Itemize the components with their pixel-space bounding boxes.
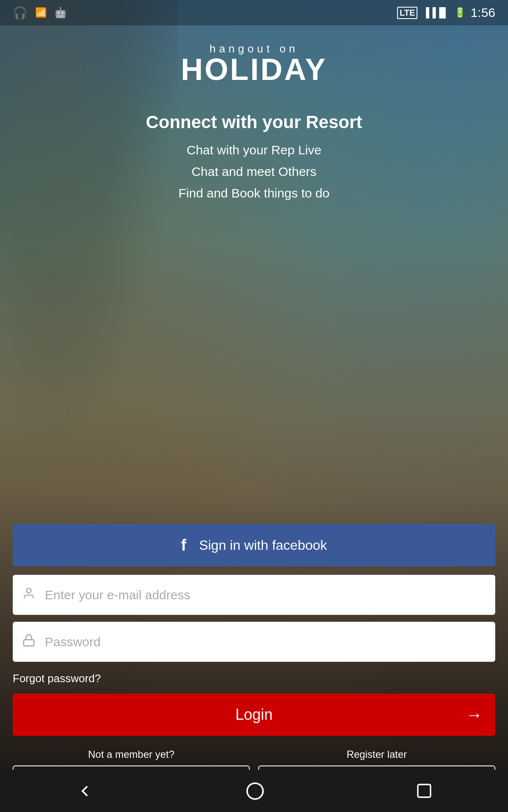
svg-rect-3 <box>418 785 431 797</box>
create-account-hint: Not a member yet? <box>88 749 174 760</box>
facebook-signin-button[interactable]: f Sign in with facebook <box>13 524 495 566</box>
tagline-section: Connect with your Resort Chat with your … <box>146 112 362 204</box>
back-button[interactable] <box>75 782 94 801</box>
signal-icon: ▐▐▐▌ <box>422 7 449 18</box>
svg-point-0 <box>27 588 31 593</box>
user-icon <box>22 587 36 604</box>
lock-icon <box>22 634 36 650</box>
guest-hint: Register later <box>347 749 407 760</box>
android-icon: 🤖 <box>54 7 67 19</box>
main-content: hangout on HOLIDAY Connect with your Res… <box>0 0 508 812</box>
tagline-headline: Connect with your Resort <box>146 112 362 132</box>
facebook-icon: f <box>181 536 186 554</box>
tagline-line1: Chat with your Rep Live <box>146 139 362 161</box>
navigation-bar <box>0 770 508 812</box>
status-right-area: LTE ▐▐▐▌ 🔋 1:56 <box>397 5 495 20</box>
svg-rect-1 <box>24 639 34 646</box>
login-button[interactable]: Login → <box>13 694 495 736</box>
facebook-label: Sign in with facebook <box>199 538 327 553</box>
email-field[interactable] <box>13 575 495 615</box>
login-label: Login <box>235 706 273 724</box>
form-section: f Sign in with facebook F <box>0 524 508 812</box>
tagline-line2: Chat and meet Others <box>146 161 362 182</box>
login-arrow-icon: → <box>466 705 483 724</box>
password-input-wrapper <box>13 622 495 662</box>
password-field[interactable] <box>13 622 495 662</box>
svg-point-2 <box>247 783 263 799</box>
email-input-wrapper <box>13 575 495 615</box>
status-bar: 🎧 📶 🤖 LTE ▐▐▐▌ 🔋 1:56 <box>0 0 508 25</box>
recent-apps-button[interactable] <box>416 782 433 799</box>
logo-main-text: HOLIDAY <box>181 52 327 87</box>
logo-section: hangout on HOLIDAY <box>181 42 327 87</box>
tagline-line3: Find and Book things to do <box>146 182 362 204</box>
lte-indicator: LTE <box>397 7 417 19</box>
status-left-icons: 🎧 📶 🤖 <box>13 6 67 20</box>
clock: 1:56 <box>471 5 495 20</box>
battery-icon: 🔋 <box>454 7 466 18</box>
headphone-icon: 🎧 <box>13 6 28 20</box>
home-button[interactable] <box>246 782 265 801</box>
forgot-password-link[interactable]: Forgot password? <box>13 672 101 685</box>
sim-icon: 📶 <box>35 7 47 18</box>
